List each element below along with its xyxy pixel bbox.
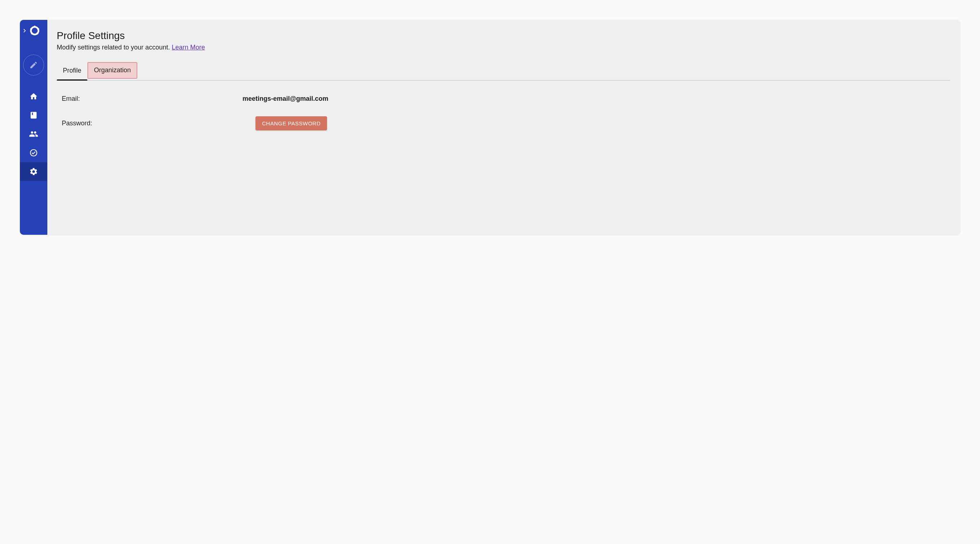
nav-items <box>20 87 47 181</box>
app-container: Profile Settings Modify settings related… <box>20 20 960 235</box>
sidebar-item-people[interactable] <box>20 125 47 143</box>
sidebar-top <box>20 20 47 41</box>
change-password-button[interactable]: CHANGE PASSWORD <box>256 116 327 130</box>
svg-point-3 <box>37 32 38 34</box>
tab-profile[interactable]: Profile <box>57 61 88 81</box>
sidebar-item-settings[interactable] <box>20 162 47 181</box>
svg-point-2 <box>37 28 39 30</box>
main-content: Profile Settings Modify settings related… <box>47 20 960 235</box>
check-circle-icon <box>29 148 38 157</box>
pencil-icon <box>29 61 38 69</box>
gear-icon <box>29 167 38 176</box>
page-subtitle: Modify settings related to your account.… <box>57 44 950 51</box>
learn-more-link[interactable]: Learn More <box>172 44 205 51</box>
svg-point-5 <box>30 28 32 30</box>
sidebar-item-check[interactable] <box>20 143 47 162</box>
tab-organization[interactable]: Organization <box>88 62 137 79</box>
compose-button[interactable] <box>23 54 44 75</box>
people-icon <box>29 129 38 139</box>
email-row: Email: meetings-email@gmail.com <box>62 95 950 103</box>
home-icon <box>29 92 38 101</box>
book-icon <box>30 111 38 119</box>
password-label: Password: <box>62 119 242 127</box>
sidebar <box>20 20 47 235</box>
password-row: Password: CHANGE PASSWORD <box>62 116 950 130</box>
svg-point-4 <box>31 32 33 34</box>
email-value: meetings-email@gmail.com <box>242 95 328 103</box>
svg-point-1 <box>33 25 35 27</box>
sidebar-item-book[interactable] <box>20 106 47 125</box>
sidebar-item-home[interactable] <box>20 87 47 106</box>
subtitle-text: Modify settings related to your account. <box>57 44 172 51</box>
tabs: Profile Organization <box>57 61 950 81</box>
email-label: Email: <box>62 95 242 103</box>
chevron-right-icon[interactable] <box>21 27 28 34</box>
profile-fields: Email: meetings-email@gmail.com Password… <box>57 95 950 130</box>
page-title: Profile Settings <box>57 30 950 41</box>
logo-icon <box>28 24 41 37</box>
